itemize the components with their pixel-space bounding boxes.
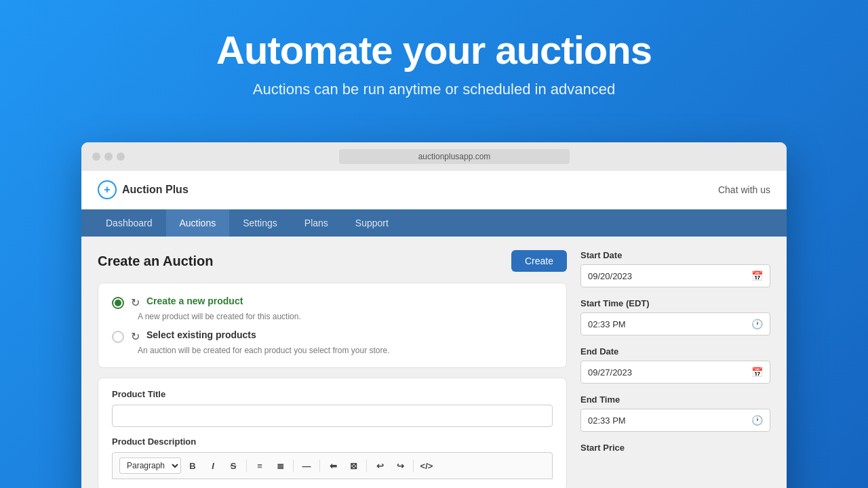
browser-dots <box>92 152 125 161</box>
existing-product-desc: An auction will be created for each prod… <box>138 346 553 355</box>
chat-link[interactable]: Chat with us <box>718 184 770 195</box>
start-time-value: 02:33 PM <box>588 319 626 329</box>
end-date-value: 09/27/2023 <box>588 367 632 378</box>
product-option-card: ↻ Create a new product A new product wil… <box>98 283 567 368</box>
divider-2 <box>293 460 294 472</box>
nav-auctions[interactable]: Auctions <box>166 209 230 237</box>
start-time-label: Start Time (EDT) <box>580 298 770 308</box>
brand-name: Auction Plus <box>122 184 189 196</box>
paragraph-select[interactable]: Paragraph <box>119 458 181 474</box>
calendar-icon-end: 📅 <box>751 367 763 378</box>
start-date-input[interactable]: 09/20/2023 📅 <box>580 264 770 287</box>
end-time-group: End Time 02:33 PM 🕐 <box>580 394 770 432</box>
align-left-button[interactable]: ⬅ <box>324 457 342 474</box>
page-title: Create an Auction <box>98 253 213 269</box>
browser-chrome: auctionplusapp.com <box>81 142 787 171</box>
nav-support[interactable]: Support <box>342 209 402 237</box>
product-description-label: Product Description <box>112 436 553 447</box>
end-time-value: 02:33 PM <box>588 415 626 426</box>
new-product-label: Create a new product <box>146 296 243 306</box>
new-product-desc: A new product will be created for this a… <box>138 312 553 321</box>
clock-icon-end: 🕐 <box>751 415 763 426</box>
product-title-input[interactable] <box>112 405 553 427</box>
hero-title: Automate your auctions <box>14 27 854 73</box>
create-button[interactable]: Create <box>511 250 567 272</box>
existing-product-label: Select existing products <box>146 329 256 340</box>
end-time-input[interactable]: 02:33 PM 🕐 <box>580 409 770 432</box>
start-date-label: Start Date <box>580 250 770 260</box>
divider-5 <box>413 460 414 472</box>
start-date-value: 09/20/2023 <box>588 271 632 281</box>
divider-4 <box>366 460 367 472</box>
start-date-group: Start Date 09/20/2023 📅 <box>580 250 770 287</box>
hr-button[interactable]: — <box>298 457 315 474</box>
main-content: Create an Auction Create ↻ Create a new … <box>81 237 787 488</box>
divider-1 <box>246 460 247 472</box>
dot-yellow <box>104 152 113 161</box>
bold-button[interactable]: B <box>184 457 201 474</box>
dot-red <box>92 152 100 161</box>
start-price-label: Start Price <box>580 443 770 453</box>
redo-button[interactable]: ↪ <box>391 457 409 474</box>
hero-subtitle: Auctions can be run anytime or scheduled… <box>14 81 854 98</box>
left-panel: Create an Auction Create ↻ Create a new … <box>98 250 567 488</box>
brand-icon: + <box>98 180 117 199</box>
code-button[interactable]: </> <box>418 457 435 474</box>
nav-bar: Dashboard Auctions Settings Plans Suppor… <box>81 209 787 237</box>
app-header: + Auction Plus Chat with us <box>81 171 787 209</box>
align-right-button[interactable]: ⊠ <box>344 457 362 474</box>
strikethrough-button[interactable]: S <box>224 457 242 474</box>
product-form-card: Product Title Product Description Paragr… <box>98 378 567 488</box>
end-date-label: End Date <box>580 346 770 357</box>
nav-settings[interactable]: Settings <box>229 209 291 237</box>
undo-button[interactable]: ↩ <box>371 457 389 474</box>
product-title-label: Product Title <box>112 389 553 399</box>
start-time-group: Start Time (EDT) 02:33 PM 🕐 <box>580 298 770 336</box>
calendar-icon-start: 📅 <box>751 270 763 281</box>
divider-3 <box>319 460 320 472</box>
ordered-list-button[interactable]: ≣ <box>271 457 289 474</box>
nav-dashboard[interactable]: Dashboard <box>92 209 166 237</box>
nav-plans[interactable]: Plans <box>291 209 342 237</box>
end-time-label: End Time <box>580 394 770 405</box>
address-bar[interactable]: auctionplusapp.com <box>339 149 570 164</box>
start-time-input[interactable]: 02:33 PM 🕐 <box>580 312 770 336</box>
browser-window: auctionplusapp.com + Auction Plus Chat w… <box>81 142 787 488</box>
radio-new-product[interactable] <box>112 297 124 309</box>
page-header: Create an Auction Create <box>98 250 567 272</box>
start-price-group: Start Price <box>580 443 770 453</box>
option-new-product[interactable]: ↻ Create a new product <box>112 296 553 309</box>
end-date-group: End Date 09/27/2023 📅 <box>580 346 770 384</box>
right-panel: Start Date 09/20/2023 📅 Start Time (EDT)… <box>580 250 770 488</box>
refresh-icon-2: ↻ <box>131 330 140 343</box>
dot-green <box>117 152 125 161</box>
bullet-list-button[interactable]: ≡ <box>251 457 269 474</box>
radio-existing-product[interactable] <box>112 331 124 343</box>
italic-button[interactable]: I <box>204 457 222 474</box>
brand: + Auction Plus <box>98 180 189 199</box>
editor-toolbar: Paragraph B I S ≡ ≣ — ⬅ ⊠ ↩ ↪ <box>112 452 553 479</box>
refresh-icon-1: ↻ <box>131 296 140 309</box>
clock-icon-start: 🕐 <box>751 319 763 329</box>
end-date-input[interactable]: 09/27/2023 📅 <box>580 361 770 384</box>
option-existing-product[interactable]: ↻ Select existing products <box>112 329 553 343</box>
hero-section: Automate your auctions Auctions can be r… <box>0 0 868 119</box>
